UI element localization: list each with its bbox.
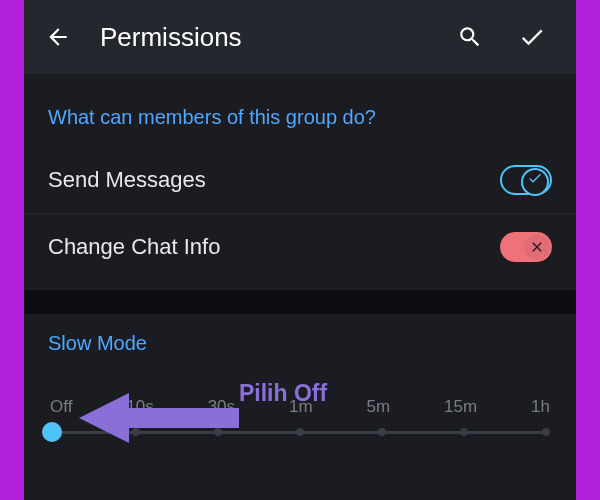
tick-label: 1h: [531, 397, 550, 417]
slowmode-title: Slow Mode: [48, 332, 552, 355]
search-button[interactable]: [456, 23, 484, 51]
page-title: Permissions: [100, 22, 242, 53]
back-arrow-icon: [45, 24, 71, 50]
tick-label: 15m: [444, 397, 477, 417]
permission-row-send-messages[interactable]: Send Messages: [24, 147, 576, 214]
toggle-x-icon: [529, 239, 545, 255]
search-icon: [457, 24, 483, 50]
toggle-send-messages[interactable]: [500, 165, 552, 195]
section-header: What can members of this group do?: [24, 74, 576, 147]
back-button[interactable]: [44, 23, 72, 51]
section-separator: [24, 290, 576, 314]
slider-thumb[interactable]: [42, 422, 62, 442]
app-window: Permissions What can members of this gro…: [24, 0, 576, 500]
tick-label: 5m: [367, 397, 391, 417]
permission-row-change-chat-info[interactable]: Change Chat Info: [24, 214, 576, 280]
annotation-arrow-icon: [79, 388, 239, 448]
permissions-section: What can members of this group do? Send …: [24, 74, 576, 280]
confirm-button[interactable]: [518, 23, 546, 51]
permission-label: Send Messages: [48, 167, 500, 193]
permission-label: Change Chat Info: [48, 234, 500, 260]
annotation-label: Pilih Off: [239, 380, 327, 407]
toggle-change-chat-info[interactable]: [500, 232, 552, 262]
toggle-check-icon: [527, 170, 543, 186]
tick-label: Off: [50, 397, 72, 417]
header-bar: Permissions: [24, 0, 576, 74]
check-icon: [518, 23, 546, 51]
